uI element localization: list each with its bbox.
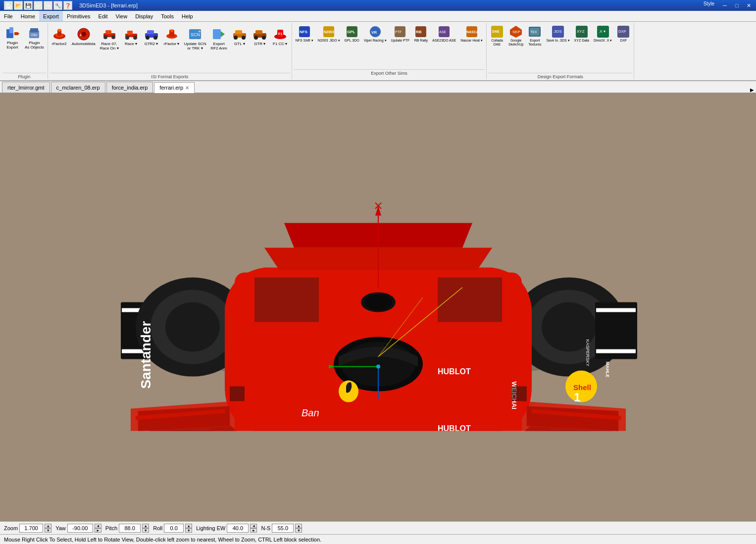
f1-car-svg: Santander HUBLOT HUBLOT WEICHAI Shell Al… (106, 173, 651, 431)
svg-point-35 (234, 36, 238, 40)
roll-input[interactable] (164, 524, 184, 533)
ns-input[interactable] (272, 524, 294, 533)
race07-button[interactable]: Race 07,Race On ▾ (98, 25, 121, 52)
maximize-button[interactable]: □ (731, 1, 742, 10)
rfactor2-button[interactable]: rFactor2 (50, 25, 69, 48)
menu-bar: File Home Export Primitives Edit View Di… (0, 11, 756, 22)
n2003-button[interactable]: N2003 N2003 .3DO ▾ (316, 24, 342, 44)
zoom-field: Zoom ▲ ▼ (4, 524, 51, 533)
menu-home[interactable]: Home (17, 11, 39, 21)
tabs-bar: rter_lmirror.gmt c_mclaren_08.erp force_… (0, 81, 756, 93)
zoom-down[interactable]: ▼ (45, 528, 51, 533)
lighting-right[interactable]: ► (250, 528, 257, 533)
qa-new[interactable]: 📄 (4, 1, 13, 10)
gpl-3do-button[interactable]: GPL GPL 3DO (343, 24, 361, 44)
pitch-input[interactable] (119, 524, 141, 533)
menu-file[interactable]: File (0, 11, 17, 21)
qa-undo[interactable]: ↩ (34, 1, 43, 10)
minimize-button[interactable]: ─ (719, 1, 730, 10)
roll-down[interactable]: ▼ (185, 528, 192, 533)
gtr-button[interactable]: GTR ▾ (250, 25, 270, 48)
yaw-spinner[interactable]: ◄ ► (95, 524, 101, 533)
qa-tools[interactable]: 🔧 (53, 1, 62, 10)
svg-text:XYZ: XYZ (577, 29, 585, 34)
qa-save[interactable]: 💾 (24, 1, 33, 10)
zoom-input[interactable] (19, 524, 43, 533)
nascar-heat-button[interactable]: NASCAR Nascar Heat ▾ (458, 24, 485, 44)
tab-ferrari[interactable]: ferrari.erp ✕ (154, 82, 195, 93)
menu-view[interactable]: View (112, 11, 132, 21)
menu-edit[interactable]: Edit (95, 11, 112, 21)
update-scn-button[interactable]: SCN Update SCNor TRK ▾ (182, 25, 208, 52)
lighting-left[interactable]: ◄ (250, 524, 257, 528)
menu-primitives[interactable]: Primitives (63, 11, 95, 21)
svg-text:NASCAR: NASCAR (466, 30, 478, 34)
rb-rally-button[interactable]: RB RB Rally (412, 24, 430, 44)
tab-mclaren[interactable]: c_mclaren_08.erp (51, 82, 105, 93)
tab-ferrari-close[interactable]: ✕ (185, 85, 189, 91)
race-button[interactable]: Race ▾ (121, 25, 141, 48)
f1cc-button[interactable]: F1 F1 CC ▾ (270, 25, 290, 48)
google-sketchup-button[interactable]: SKP GoogleSketchUp (506, 24, 525, 72)
main-viewport[interactable]: Santander HUBLOT HUBLOT WEICHAI Shell Al… (0, 93, 756, 521)
nfs-shift-button[interactable]: NFS NFS Shift ▾ (294, 24, 315, 44)
yaw-input[interactable] (67, 524, 93, 533)
svg-rect-100 (596, 308, 636, 312)
plugin-export-label: PluginExport (6, 41, 18, 50)
svg-rect-101 (596, 349, 636, 353)
yaw-left[interactable]: ◄ (95, 524, 101, 528)
roll-up[interactable]: ▲ (185, 524, 192, 528)
update-ptf-button[interactable]: PTF Update PTF (389, 24, 412, 44)
ns-spinner[interactable]: ▲ ▼ (295, 524, 302, 533)
plugin-export-icon (4, 25, 20, 41)
svg-text:SKP: SKP (512, 30, 520, 34)
rfactor2-label: rFactor2 (52, 42, 67, 47)
zoom-spinner[interactable]: ▲ ▼ (45, 524, 51, 533)
lighting-ew-spinner[interactable]: ◄ ► (250, 524, 257, 533)
viper-racing-button[interactable]: VR Viper Racing ▾ (362, 24, 389, 44)
menu-export[interactable]: Export (39, 11, 63, 21)
qa-redo[interactable]: ↪ (44, 1, 52, 10)
nfs-shift-label: NFS Shift ▾ (296, 39, 313, 43)
pitch-up[interactable]: ▲ (142, 524, 149, 528)
svg-point-21 (133, 36, 137, 40)
automobilista-button[interactable]: A Automobilista (70, 25, 98, 48)
menu-display[interactable]: Display (131, 11, 157, 21)
close-button[interactable]: ✕ (743, 1, 754, 10)
export-rf2-button[interactable]: ExportRF2 Anm (208, 25, 229, 52)
pitch-down[interactable]: ▼ (142, 528, 149, 533)
tab-nav-arrow[interactable]: ▶ (748, 87, 756, 93)
gpl-3do-label: GPL 3DO (345, 39, 359, 43)
gtl-button[interactable]: GTL ▾ (230, 25, 250, 48)
ns-up[interactable]: ▲ (295, 524, 302, 528)
qa-open[interactable]: 📂 (14, 1, 23, 10)
xyz-data-button[interactable]: XYZ XYZ Data (572, 24, 591, 72)
plugin-export-button[interactable]: PluginExport (2, 24, 22, 72)
google-sketchup-label: GoogleSketchUp (508, 39, 523, 47)
race-icon (123, 26, 139, 42)
svg-point-16 (103, 35, 107, 39)
qa-help[interactable]: ❓ (63, 1, 72, 10)
zoom-up[interactable]: ▲ (45, 524, 51, 528)
lighting-ew-input[interactable] (227, 524, 249, 533)
nascar-heat-icon: NASCAR (465, 25, 479, 39)
tab-rter-lmirror[interactable]: rter_lmirror.gmt (2, 82, 50, 93)
pitch-spinner[interactable]: ▲ ▼ (142, 524, 149, 533)
svg-text:SCN: SCN (191, 32, 200, 37)
race07-label: Race 07,Race On ▾ (100, 42, 119, 51)
gtr2-button[interactable]: GTR2 ▾ (142, 25, 161, 48)
tab-force-india[interactable]: force_india.erp (106, 82, 153, 93)
roll-spinner[interactable]: ▲ ▼ (185, 524, 192, 533)
yaw-right[interactable]: ► (95, 528, 101, 533)
dxf-button[interactable]: DXF DXF (614, 24, 632, 72)
directx-button[interactable]: .X ▾ DirectX .X ▾ (592, 24, 614, 72)
export-textures-button[interactable]: TEX ExportTextures (526, 24, 544, 72)
collada-dae-button[interactable]: DAE ColladaDAE (488, 24, 506, 72)
menu-help[interactable]: Help (178, 11, 197, 21)
ase23do-button[interactable]: ASE ASE23DO ASE (430, 24, 458, 44)
ns-down[interactable]: ▼ (295, 528, 302, 533)
rfactor-button[interactable]: rFactor ▾ (162, 25, 182, 48)
save-3ds-button[interactable]: .3DS Save to .3DS ▾ (544, 24, 571, 72)
plugin-objects-button[interactable]: OBJ PluginAs Objects (23, 24, 46, 72)
menu-tools[interactable]: Tools (157, 11, 178, 21)
